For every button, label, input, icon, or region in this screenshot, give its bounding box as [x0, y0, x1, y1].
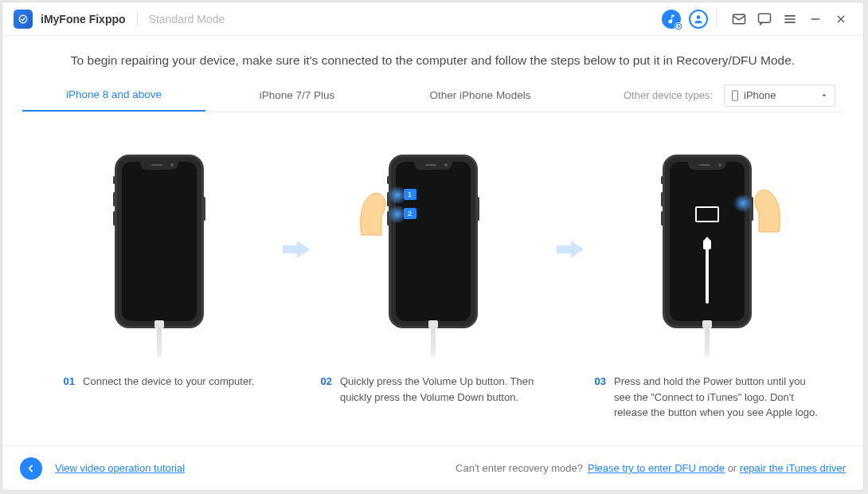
phone-illustration-3 [663, 155, 752, 328]
footer-question: Can't enter recovery mode? [456, 462, 583, 474]
minimize-button[interactable] [804, 8, 827, 30]
phone-small-icon [731, 90, 739, 101]
device-type-dropdown[interactable]: iPhone [724, 84, 835, 107]
titlebar: iMyFone Fixppo Standard Mode [2, 2, 863, 36]
account-icon[interactable] [689, 10, 708, 29]
hint-badge-1: 1 [404, 189, 416, 200]
app-window: iMyFone Fixppo Standard Mode To begin re… [2, 2, 864, 491]
mail-icon[interactable] [728, 8, 750, 30]
phone-illustration-2: 1 2 [389, 155, 478, 328]
chevron-down-icon [820, 92, 828, 100]
finger-left-icon [358, 181, 397, 237]
connect-to-itunes-icon [670, 162, 745, 321]
cable-icon [431, 327, 436, 357]
dfu-mode-link[interactable]: Please try to enter DFU mode [588, 462, 725, 474]
steps-area: 01 Connect the device to your computer. [2, 112, 863, 445]
app-name: iMyFone Fixppo [41, 13, 126, 25]
tab-iphone7[interactable]: iPhone 7/7 Plus [205, 79, 389, 112]
footer: View video operation tutorial Can't ente… [2, 445, 863, 490]
tab-other-iphone[interactable]: Other iPhone Models [389, 79, 572, 112]
svg-point-2 [697, 15, 701, 19]
svg-rect-4 [759, 14, 771, 22]
titlebar-separator [716, 10, 717, 28]
close-button[interactable] [830, 8, 852, 30]
svg-rect-5 [733, 90, 738, 100]
feedback-icon[interactable] [753, 8, 776, 30]
titlebar-divider [137, 12, 138, 26]
hint-badge-2: 2 [404, 208, 416, 219]
video-tutorial-link[interactable]: View video operation tutorial [55, 462, 185, 474]
tab-iphone8[interactable]: iPhone 8 and above [22, 79, 205, 112]
finger-right-icon [743, 178, 783, 233]
step-2-text: Quickly press the Volume Up button. Then… [340, 374, 545, 405]
svg-point-1 [675, 23, 682, 29]
app-logo-icon [14, 10, 33, 29]
footer-or: or [725, 462, 740, 474]
mode-label: Standard Mode [149, 13, 225, 25]
step-2: 1 2 02 Quickly press the Volume Up butto… [318, 144, 549, 405]
instruction-text: To begin repairing your device, make sur… [2, 36, 863, 79]
step-2-num: 02 [321, 374, 332, 405]
cable-icon [157, 327, 162, 357]
device-type-label: Other device types: [624, 89, 713, 101]
step-3-num: 03 [595, 374, 606, 421]
device-type-value: iPhone [744, 89, 776, 101]
back-button[interactable] [20, 457, 42, 480]
step-1-text: Connect the device to your computer. [83, 374, 254, 390]
music-update-icon[interactable] [662, 10, 681, 29]
cable-icon [705, 327, 710, 357]
step-3: 03 Press and hold the Power button until… [592, 144, 823, 421]
arrow-right-icon [283, 239, 310, 263]
repair-driver-link[interactable]: repair the iTunes driver [740, 462, 846, 474]
arrow-right-icon [557, 239, 584, 263]
menu-icon[interactable] [779, 8, 801, 30]
step-1: 01 Connect the device to your computer. [44, 144, 275, 390]
step-3-text: Press and hold the Power button until yo… [614, 374, 819, 421]
device-tabs: iPhone 8 and above iPhone 7/7 Plus Other… [22, 79, 843, 112]
device-type-selector: Other device types: iPhone [624, 84, 843, 107]
phone-illustration-1 [115, 155, 204, 328]
step-1-num: 01 [64, 374, 75, 390]
